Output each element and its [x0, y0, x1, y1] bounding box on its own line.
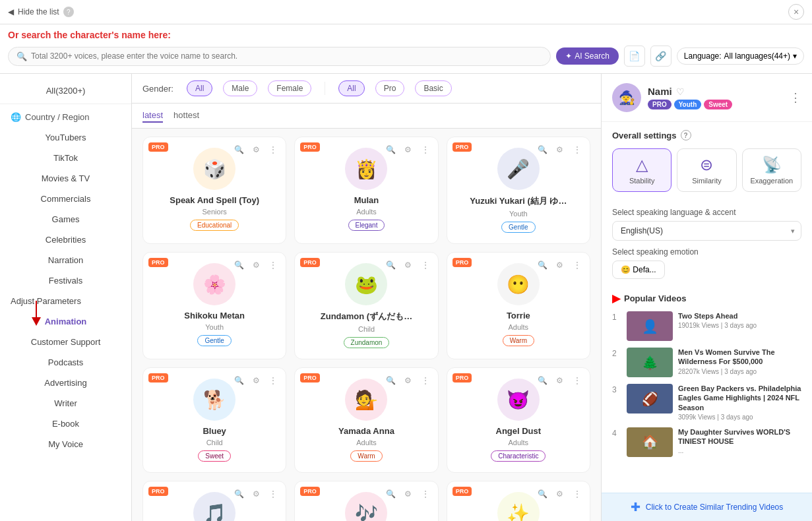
sidebar-item-advertising[interactable]: Advertising	[0, 373, 131, 393]
more-card-icon[interactable]: ⋮	[266, 142, 280, 157]
voice-card[interactable]: PRO 🔍 ⚙ ⋮ 🎤 Yuzuki Yukari (結月 ゆ… Youth G…	[447, 137, 590, 244]
sidebar-item-tiktok[interactable]: TikTok	[0, 148, 131, 168]
sidebar-item-customer-support[interactable]: Customer Support	[0, 332, 131, 352]
search-card-icon[interactable]: 🔍	[232, 258, 246, 272]
setting-card-exaggeration[interactable]: 📡 Exaggeration	[742, 148, 801, 192]
sidebar-item-festivals[interactable]: Festivals	[0, 270, 131, 291]
sidebar-item-my-voice[interactable]: My Voice	[0, 434, 131, 454]
voice-card[interactable]: PRO 🔍 ⚙ ⋮ ✨ Voice 12 Child Sweet	[447, 481, 590, 521]
sidebar-item-youtubers[interactable]: YouTubers	[0, 127, 131, 148]
more-card-icon[interactable]: ⋮	[418, 142, 433, 157]
create-trending-btn[interactable]: ✚ Click to Create Similar Trending Video…	[602, 493, 812, 521]
emotion-button[interactable]: 😊 Defa...	[612, 260, 665, 279]
chevron-down-icon: ▾	[793, 51, 797, 61]
settings-card-icon[interactable]: ⚙	[401, 258, 416, 272]
more-card-icon[interactable]: ⋮	[418, 373, 433, 388]
ai-search-button[interactable]: ✦ AI Search	[556, 47, 619, 65]
more-card-icon[interactable]: ⋮	[266, 487, 280, 501]
settings-card-icon[interactable]: ⚙	[401, 373, 416, 388]
hide-list-btn[interactable]: ◀ Hide the list ?	[8, 7, 74, 17]
heart-icon[interactable]: ♡	[676, 86, 685, 97]
sidebar-item-animation[interactable]: Animation	[0, 311, 131, 332]
more-card-icon[interactable]: ⋮	[418, 258, 433, 272]
sidebar-item-celebrities[interactable]: Celebrities	[0, 230, 131, 250]
settings-card-icon[interactable]: ⚙	[553, 142, 567, 157]
card-actions: 🔍 ⚙ ⋮	[232, 373, 280, 388]
voice-card[interactable]: PRO 🔍 ⚙ ⋮ 😶 Torrie Adults Warm	[447, 252, 590, 359]
search-card-icon[interactable]: 🔍	[232, 142, 246, 157]
type-pro-btn[interactable]: Pro	[375, 80, 405, 96]
sidebar-item-writer[interactable]: Writer	[0, 393, 131, 414]
info-icon[interactable]: ?	[63, 7, 74, 17]
voice-card[interactable]: PRO 🔍 ⚙ ⋮ 🎶 Voice 11 Adults Warm	[294, 481, 438, 521]
tab-latest[interactable]: latest	[142, 109, 163, 123]
search-card-icon[interactable]: 🔍	[536, 142, 550, 157]
more-card-icon[interactable]: ⋮	[570, 142, 584, 157]
settings-card-icon[interactable]: ⚙	[553, 373, 567, 388]
type-all-btn[interactable]: All	[338, 80, 364, 96]
settings-card-icon[interactable]: ⚙	[249, 142, 263, 157]
video-item[interactable]: 4 🏠 My Daughter Survives WORLD'S TINIEST…	[612, 427, 801, 457]
search-card-icon[interactable]: 🔍	[536, 373, 550, 388]
settings-card-icon[interactable]: ⚙	[553, 487, 567, 501]
sidebar-item-all[interactable]: All(3200+)	[0, 80, 131, 101]
search-card-icon[interactable]: 🔍	[384, 487, 398, 501]
voice-card[interactable]: PRO 🔍 ⚙ ⋮ 🎵 Voice 10 Youth Gentle	[142, 481, 286, 521]
search-card-icon[interactable]: 🔍	[536, 258, 550, 272]
settings-card-icon[interactable]: ⚙	[249, 487, 263, 501]
voice-card[interactable]: PRO 🔍 ⚙ ⋮ 🐸 Zundamon (ずんだも… Child Zundam…	[294, 252, 438, 359]
more-card-icon[interactable]: ⋮	[418, 487, 433, 501]
settings-card-icon[interactable]: ⚙	[401, 487, 416, 501]
setting-card-similarity[interactable]: ⊜ Similarity	[677, 148, 736, 192]
voice-card[interactable]: PRO 🔍 ⚙ ⋮ 👸 Mulan Adults Elegant	[294, 137, 438, 244]
search-card-icon[interactable]: 🔍	[536, 487, 550, 501]
video-item[interactable]: 3 🏈 Green Bay Packers vs. Philadelphia E…	[612, 384, 801, 421]
more-card-icon[interactable]: ⋮	[266, 258, 280, 272]
sidebar-item-commercials[interactable]: Commercials	[0, 189, 131, 209]
voice-card[interactable]: PRO 🔍 ⚙ ⋮ 🌸 Shikoku Metan Youth Gentle	[142, 252, 286, 359]
sidebar-item-ebook[interactable]: E-book	[0, 414, 131, 434]
gender-male-btn[interactable]: Male	[223, 80, 257, 96]
voice-card[interactable]: PRO 🔍 ⚙ ⋮ 🎲 Speak And Spell (Toy) Senior…	[142, 137, 286, 244]
setting-card-stability[interactable]: △ Stability	[612, 148, 671, 192]
content-area: Gender: All Male Female All Pro Basic la…	[132, 74, 601, 521]
search-card-icon[interactable]: 🔍	[232, 373, 246, 388]
question-icon[interactable]: ?	[681, 130, 691, 140]
voice-card[interactable]: PRO 🔍 ⚙ ⋮ 🐕 Bluey Child Sweet	[142, 367, 286, 473]
gender-female-btn[interactable]: Female	[268, 80, 311, 96]
close-button[interactable]: ×	[788, 4, 804, 20]
more-card-icon[interactable]: ⋮	[570, 487, 584, 501]
voice-name: Torrie	[507, 311, 530, 321]
more-card-icon[interactable]: ⋮	[266, 373, 280, 388]
search-card-icon[interactable]: 🔍	[384, 373, 398, 388]
sidebar-item-movies-tv[interactable]: Movies & TV	[0, 168, 131, 189]
language-select[interactable]: Language: All languages(44+) ▾	[677, 47, 804, 65]
settings-card-icon[interactable]: ⚙	[249, 258, 263, 272]
search-card-icon[interactable]: 🔍	[232, 487, 246, 501]
language-dropdown[interactable]: English(US)	[612, 221, 801, 241]
settings-card-icon[interactable]: ⚙	[249, 373, 263, 388]
search-card-icon[interactable]: 🔍	[384, 258, 398, 272]
tab-hottest[interactable]: hottest	[173, 109, 199, 123]
sidebar-item-narration[interactable]: Narration	[0, 250, 131, 270]
link-button[interactable]: 🔗	[650, 46, 671, 67]
more-card-icon[interactable]: ⋮	[570, 258, 584, 272]
more-card-icon[interactable]: ⋮	[570, 373, 584, 388]
sidebar-item-podcasts[interactable]: Podcasts	[0, 352, 131, 373]
voice-card[interactable]: PRO 🔍 ⚙ ⋮ 😈 Angel Dust Adults Characteri…	[447, 367, 590, 473]
sidebar-item-games[interactable]: Games	[0, 209, 131, 230]
sidebar-item-adjust[interactable]: Adjust Parameters	[0, 291, 131, 311]
video-item[interactable]: 2 🌲 Men Vs Women Survive The Wilderness …	[612, 348, 801, 377]
search-input[interactable]	[31, 51, 542, 61]
sidebar-item-country[interactable]: 🌐 Country / Region	[0, 107, 131, 127]
upload-button[interactable]: 📄	[624, 46, 645, 67]
settings-card-icon[interactable]: ⚙	[553, 258, 567, 272]
voice-card[interactable]: PRO 🔍 ⚙ ⋮ 💁 Yamada Anna Adults Warm	[294, 367, 438, 473]
video-item[interactable]: 1 👤 Two Steps Ahead 19019k Views | 3 day…	[612, 311, 801, 341]
type-basic-btn[interactable]: Basic	[415, 80, 451, 96]
search-card-icon[interactable]: 🔍	[384, 142, 398, 157]
gender-all-btn[interactable]: All	[187, 80, 212, 96]
more-options-icon[interactable]: ⋮	[790, 90, 801, 105]
video-thumbnail: 🏠	[627, 427, 673, 457]
settings-card-icon[interactable]: ⚙	[401, 142, 416, 157]
